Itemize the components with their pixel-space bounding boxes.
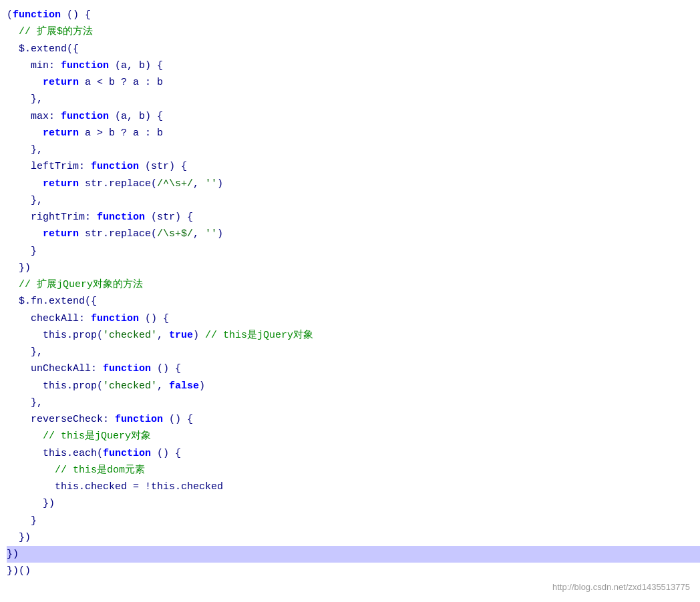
code-line-29: this.checked = !this.checked bbox=[7, 479, 700, 495]
code-line-26: // this是jQuery对象 bbox=[7, 428, 700, 444]
code-line-16: }) bbox=[7, 260, 700, 276]
code-line-9: }, bbox=[7, 141, 700, 158]
code-line-10: leftTrim: function (str) { bbox=[7, 158, 700, 175]
code-line-32: }) bbox=[7, 529, 700, 546]
code-line-4: min: function (a, b) { bbox=[7, 57, 700, 74]
code-line-11: return str.replace(/^\s+/, '') bbox=[7, 176, 700, 192]
code-line-30: }) bbox=[7, 495, 700, 512]
code-container: (function () { // 扩展$的方法 $.extend({ min:… bbox=[0, 0, 700, 602]
code-line-1: (function () { bbox=[7, 7, 700, 23]
code-line-14: return str.replace(/\s+$/, '') bbox=[7, 226, 700, 242]
code-block: (function () { // 扩展$的方法 $.extend({ min:… bbox=[7, 7, 700, 580]
code-line-18: $.fn.extend({ bbox=[7, 293, 700, 310]
code-line-5: return a < b ? a : b bbox=[7, 74, 700, 91]
code-line-15: } bbox=[7, 243, 700, 260]
code-line-27: this.each(function () { bbox=[7, 445, 700, 462]
code-line-20: this.prop('checked', true) // this是jQuer… bbox=[7, 327, 700, 344]
code-line-33: }) bbox=[7, 546, 700, 563]
code-line-28: // this是dom元素 bbox=[7, 462, 700, 479]
watermark: http://blog.csdn.net/zxd1435513775 bbox=[552, 581, 690, 594]
code-line-2: // 扩展$的方法 bbox=[7, 23, 700, 40]
code-line-8: return a > b ? a : b bbox=[7, 125, 700, 141]
code-line-12: }, bbox=[7, 192, 700, 209]
code-line-23: this.prop('checked', false) bbox=[7, 378, 700, 394]
code-line-22: unCheckAll: function () { bbox=[7, 360, 700, 377]
code-line-3: $.extend({ bbox=[7, 41, 700, 57]
code-line-19: checkAll: function () { bbox=[7, 310, 700, 327]
code-line-31: } bbox=[7, 513, 700, 529]
code-line-17: // 扩展jQuery对象的方法 bbox=[7, 276, 700, 293]
code-line-7: max: function (a, b) { bbox=[7, 108, 700, 125]
code-line-25: reverseCheck: function () { bbox=[7, 411, 700, 428]
code-line-34: })() bbox=[7, 563, 700, 579]
code-line-13: rightTrim: function (str) { bbox=[7, 209, 700, 226]
code-line-24: }, bbox=[7, 394, 700, 411]
code-line-21: }, bbox=[7, 344, 700, 360]
code-line-6: }, bbox=[7, 91, 700, 107]
